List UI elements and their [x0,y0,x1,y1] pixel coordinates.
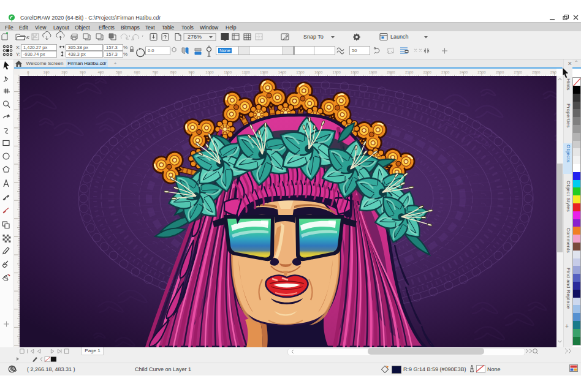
svg-text:Snap To: Snap To [303,34,324,40]
svg-text:276%: 276% [188,34,202,40]
svg-text:Launch: Launch [390,34,409,40]
